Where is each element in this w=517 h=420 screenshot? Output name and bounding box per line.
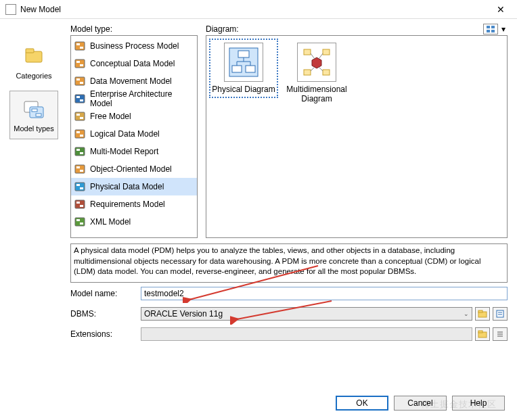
- svg-line-59: [319, 67, 323, 71]
- folder-icon: [22, 45, 46, 69]
- row-extensions: Extensions:: [70, 327, 508, 341]
- model-icon: [74, 110, 86, 122]
- model-type-item[interactable]: Object-Oriented Model: [71, 160, 197, 178]
- cancel-button[interactable]: Cancel: [394, 396, 447, 411]
- nav-item-categories[interactable]: Categories: [9, 38, 58, 87]
- svg-rect-28: [76, 166, 80, 168]
- model-type-item[interactable]: Business Process Model: [71, 37, 197, 55]
- svg-rect-54: [304, 70, 311, 75]
- diagram-item-physical[interactable]: Physical Diagram: [210, 40, 277, 97]
- ok-button[interactable]: OK: [336, 396, 388, 411]
- svg-rect-45: [232, 66, 242, 72]
- label-model-name: Model name:: [70, 289, 141, 298]
- model-type-item[interactable]: Logical Data Model: [71, 125, 197, 143]
- svg-rect-10: [76, 61, 80, 63]
- dbms-browse-button[interactable]: [475, 307, 490, 321]
- description-text: A physical data model (PDM) helps you to…: [74, 246, 480, 275]
- svg-rect-29: [80, 170, 83, 172]
- svg-rect-14: [80, 82, 83, 84]
- dialog-buttons: OK Cancel Help: [336, 396, 505, 411]
- model-type-column: Model type: Business Process ModelConcep…: [70, 23, 198, 238]
- svg-rect-55: [323, 70, 330, 75]
- model-type-item[interactable]: Multi-Model Report: [71, 143, 197, 160]
- model-type-item[interactable]: Enterprise Architecture Model: [71, 90, 197, 108]
- svg-rect-30: [75, 183, 85, 191]
- svg-rect-46: [246, 66, 255, 72]
- label-extensions: Extensions:: [70, 329, 141, 339]
- titlebar: New Model ✕: [0, 0, 517, 19]
- label-dbms: DBMS:: [70, 309, 141, 319]
- svg-rect-21: [75, 130, 85, 138]
- model-type-label: Multi-Model Report: [90, 147, 158, 156]
- model-type-item[interactable]: Data Movement Model: [71, 72, 197, 90]
- model-type-label: Business Process Model: [90, 41, 179, 51]
- svg-rect-13: [76, 78, 80, 80]
- dbms-properties-button[interactable]: [493, 307, 508, 321]
- diagram-pane: Physical Diagram: [206, 35, 508, 238]
- model-type-label: XML Model: [90, 217, 131, 227]
- svg-rect-23: [80, 135, 83, 137]
- svg-rect-41: [487, 30, 490, 32]
- model-icon: [74, 216, 86, 228]
- description-box: A physical data model (PDM) helps you to…: [70, 243, 508, 283]
- svg-rect-38: [80, 223, 83, 225]
- model-icon: [74, 163, 86, 175]
- window-title: New Model: [20, 5, 490, 14]
- svg-rect-36: [75, 218, 85, 226]
- close-button[interactable]: ✕: [490, 4, 512, 15]
- svg-rect-32: [80, 187, 83, 189]
- select-dbms[interactable]: ORACLE Version 11g ⌄: [141, 307, 472, 321]
- model-type-label: Data Movement Model: [90, 76, 172, 86]
- model-icon: [74, 75, 86, 87]
- model-type-label: Conceptual Data Model: [90, 59, 175, 68]
- model-type-list[interactable]: Business Process ModelConceptual Data Mo…: [70, 35, 198, 238]
- extensions-browse-button[interactable]: [475, 327, 490, 341]
- diagram-label-physical: Physical Diagram: [212, 85, 275, 94]
- svg-rect-19: [76, 114, 80, 116]
- help-button[interactable]: Help: [452, 396, 505, 411]
- model-icon: [74, 57, 86, 70]
- svg-line-56: [311, 53, 315, 59]
- svg-rect-44: [238, 51, 249, 57]
- multidimensional-diagram-icon: [297, 43, 336, 82]
- svg-rect-42: [491, 30, 495, 32]
- svg-rect-35: [80, 205, 83, 207]
- model-type-item[interactable]: Physical Data Model: [71, 178, 197, 195]
- svg-rect-25: [76, 149, 80, 151]
- row-model-name: Model name:: [70, 287, 508, 300]
- extensions-list-button[interactable]: [493, 327, 508, 341]
- svg-rect-8: [80, 47, 83, 49]
- folder-open-icon: [478, 310, 487, 318]
- svg-rect-31: [76, 184, 80, 186]
- model-icon: [74, 198, 86, 210]
- model-type-item[interactable]: Conceptual Data Model: [71, 55, 197, 72]
- input-model-name[interactable]: [141, 287, 508, 300]
- model-type-item[interactable]: XML Model: [71, 213, 197, 231]
- svg-rect-26: [80, 152, 83, 154]
- input-extensions: [141, 327, 472, 341]
- view-dropdown-button[interactable]: ▾: [499, 24, 508, 34]
- svg-rect-7: [76, 43, 80, 45]
- svg-rect-27: [75, 165, 85, 173]
- nav-label-model-types: Model types: [14, 124, 53, 133]
- svg-rect-18: [75, 112, 85, 120]
- model-type-item[interactable]: Free Model: [71, 108, 197, 125]
- model-type-label: Logical Data Model: [90, 129, 160, 139]
- svg-rect-11: [80, 64, 83, 66]
- diagram-item-multidimensional[interactable]: Multidimensional Diagram: [284, 40, 350, 106]
- svg-rect-5: [36, 114, 41, 116]
- svg-rect-52: [304, 49, 311, 55]
- svg-rect-15: [75, 95, 85, 103]
- svg-rect-22: [76, 131, 80, 133]
- model-type-item[interactable]: Requirements Model: [71, 195, 197, 213]
- select-dbms-value: ORACLE Version 11g: [144, 309, 223, 319]
- model-type-label: Requirements Model: [90, 200, 165, 209]
- svg-line-57: [319, 53, 323, 59]
- properties-icon: [496, 310, 504, 318]
- view-mode-button[interactable]: [483, 24, 498, 34]
- nav-item-model-types[interactable]: Model types: [9, 91, 58, 139]
- svg-rect-6: [75, 42, 85, 50]
- model-icon: [74, 128, 86, 140]
- svg-rect-9: [75, 60, 85, 68]
- model-type-label: Object-Oriented Model: [90, 164, 172, 174]
